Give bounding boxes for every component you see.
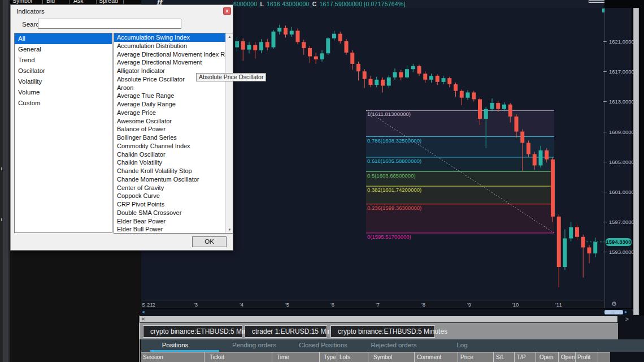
ohlc-token: [0.07175764%]	[364, 1, 405, 7]
candle-body	[284, 28, 288, 35]
column-separator	[69, 0, 69, 5]
chart-tab-button[interactable]: ctrader 1:EURUSD:15 Minute	[245, 325, 327, 338]
indicator-item[interactable]: Chaikin Volatility	[114, 158, 226, 167]
indicator-item[interactable]: Aroon	[114, 84, 226, 92]
category-item[interactable]: Volume	[15, 87, 112, 98]
indicator-item[interactable]: Accumulation Distribution	[114, 42, 226, 50]
panel-tab-rejected-orders[interactable]: Rejected orders	[371, 342, 416, 348]
time-axis[interactable]: ⚙ S:21'2'3'4'5'6'7'8'9'10'11	[141, 300, 604, 308]
table-column-header: Comment	[417, 354, 441, 360]
watchlist-column-header: Spread	[99, 0, 118, 5]
gear-icon[interactable]: ⚙	[611, 300, 617, 308]
left-sidebar-strip	[0, 0, 10, 362]
indicator-list: Accumulation Swing IndexAccumulation Dis…	[114, 33, 233, 234]
scroll-right-icon[interactable]: ▸	[625, 309, 628, 314]
indicator-item[interactable]: CRP Pivot Points	[114, 200, 226, 209]
scroll-right-icon[interactable]: >	[625, 316, 629, 323]
scroll-left-icon[interactable]: ◂	[142, 309, 145, 314]
sidebar-mark	[1, 218, 2, 221]
toolbar-box[interactable]	[589, 0, 604, 3]
candle-body	[405, 69, 409, 77]
chart-tab-button[interactable]: crypto binance:ETHBUSD:5 Minutes	[330, 325, 435, 338]
price-axis[interactable]: 1594.3300 1621.000001617.000001613.00000…	[604, 8, 632, 308]
tab-scrollbar-track[interactable]: <	[140, 316, 617, 322]
candle-body	[423, 74, 427, 80]
indicator-item[interactable]: Chande Momentum Oscillator	[114, 175, 226, 184]
table-column-header: Open	[539, 354, 553, 360]
table-column-header: Ticket	[210, 354, 224, 360]
indicator-item[interactable]: Elder Bull Power	[114, 225, 226, 234]
column-separator	[575, 352, 576, 362]
panel-tab-positions[interactable]: Positions	[162, 342, 189, 348]
ok-button[interactable]: OK	[192, 236, 227, 247]
fib-level-label: 0.5(1603.66500000)	[367, 173, 416, 179]
indicator-list-scrollbar[interactable]: ▲ ▼	[225, 33, 233, 233]
ohlc-token: 6000000	[233, 1, 259, 7]
candle-body	[557, 217, 561, 267]
fib-level-label: 0.618(1605.58800000)	[367, 158, 421, 164]
category-item[interactable]: Custom	[15, 98, 112, 109]
table-column-header: Lots	[340, 354, 350, 360]
panel-tab-log[interactable]: Log	[456, 342, 467, 348]
scroll-left-icon[interactable]: <	[142, 316, 145, 322]
candle-body	[235, 41, 239, 48]
candle-body	[411, 66, 415, 69]
indicators-dialog: Indicators x Search: AllGeneralTrendOsci…	[10, 5, 233, 251]
column-separator	[598, 352, 598, 362]
indicator-item[interactable]: Chaikin Oscillator	[114, 150, 226, 159]
indicator-item[interactable]: Awesome Oscillator	[114, 117, 226, 126]
indicator-item[interactable]: Average Directional Movement Index Ratin…	[114, 50, 226, 59]
table-column-header: Open	[561, 354, 575, 360]
candle-body	[290, 31, 294, 35]
indicator-item[interactable]: Average Daily Range	[114, 100, 226, 109]
panel-tab-pending-orders[interactable]: Pending orders	[232, 342, 276, 348]
candle-body	[545, 150, 549, 160]
candle-body	[369, 79, 373, 85]
candle-body	[466, 92, 470, 97]
indicator-item[interactable]: Average True Range	[114, 92, 226, 100]
bottom-panel-tabs: PositionsPending ordersClosed PositionsR…	[141, 339, 644, 352]
indicator-item[interactable]: Center of Gravity	[114, 184, 226, 192]
column-separator	[96, 0, 97, 5]
time-axis-label: '7	[376, 301, 380, 308]
chart-scrollbar-thumb[interactable]: |||	[604, 310, 623, 314]
scroll-down-icon[interactable]: ▼	[226, 228, 233, 231]
category-item[interactable]: Trend	[15, 55, 112, 66]
positions-table-header: SessionTicketTimeTypeLotsSymbolCommentPr…	[141, 352, 644, 362]
indicator-item[interactable]: Coppock Curve	[114, 192, 226, 200]
candle-body	[296, 31, 300, 42]
indicator-item[interactable]: Chande Kroll Volatility Stop	[114, 167, 226, 175]
dialog-close-button[interactable]: x	[223, 7, 231, 15]
candle-body	[302, 42, 306, 48]
search-input[interactable]	[38, 19, 181, 29]
indicator-item[interactable]: Double SMA Crossover	[114, 209, 226, 217]
column-separator	[272, 352, 272, 362]
indicator-item[interactable]: Balance of Power	[114, 125, 226, 133]
category-item[interactable]: Volatility	[15, 76, 112, 87]
category-item[interactable]: General	[15, 44, 112, 55]
candle-body	[588, 247, 591, 253]
candle-body	[345, 41, 349, 53]
candle-body	[350, 53, 354, 64]
scroll-up-icon[interactable]: ▲	[226, 35, 233, 38]
chart-tab-button[interactable]: crypto binance:ETHBUSD:5 Minute	[143, 325, 242, 338]
vertical-scrollbar[interactable]	[633, 8, 639, 315]
indicator-item[interactable]: Average Price	[114, 109, 226, 117]
candle-body	[447, 78, 451, 84]
indicator-item[interactable]: Accumulation Swing Index	[114, 33, 226, 42]
dialog-title: Indicators	[16, 8, 45, 15]
column-separator	[204, 352, 204, 362]
candle-body	[241, 41, 245, 50]
table-column-header: Time	[277, 354, 289, 360]
indicator-item[interactable]: Commodity Channel Index	[114, 142, 226, 150]
indicator-item[interactable]: Bollinger Band Series	[114, 133, 226, 142]
candle-body	[472, 92, 476, 99]
panel-tab-closed-positions[interactable]: Closed Positions	[299, 342, 347, 348]
ohlc-token: C	[312, 1, 319, 7]
candle-body	[454, 84, 458, 91]
column-separator	[558, 352, 559, 362]
category-item[interactable]: All	[15, 33, 112, 44]
category-item[interactable]: Oscillator	[15, 66, 112, 76]
indicator-item[interactable]: Elder Bear Power	[114, 217, 226, 226]
indicator-item[interactable]: Average Directional Movement	[114, 58, 226, 67]
